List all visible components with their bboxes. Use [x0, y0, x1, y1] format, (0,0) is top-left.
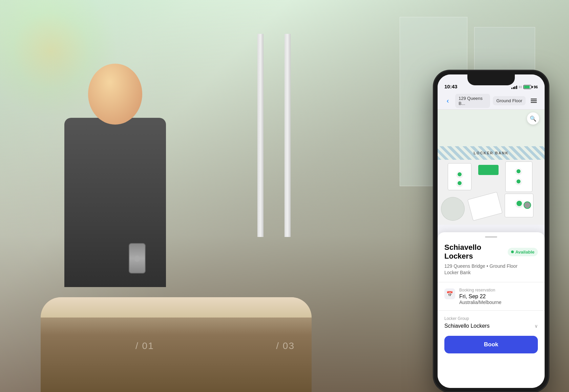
booking-label: Booking reservation: [459, 288, 502, 292]
person-head: [88, 64, 142, 125]
locker-group-value: Schiavello Lockers: [444, 323, 489, 329]
booking-details: Booking reservation Fri, Sep 22 Australi…: [459, 288, 502, 305]
map-user-avatar: [524, 201, 531, 209]
layer-line-3: [531, 102, 537, 103]
map-desk-selected: [478, 165, 499, 175]
battery-fill: [524, 86, 530, 88]
floor-plan: [438, 160, 545, 225]
layer-line-1: [531, 99, 537, 100]
map-area[interactable]: LOCKER BANK: [438, 110, 545, 225]
booking-date: Fri, Sep 22: [459, 293, 502, 300]
column-1: [257, 34, 264, 237]
search-icon: 🔍: [530, 115, 536, 122]
desk-number-right: / 03: [276, 341, 295, 351]
signal-bar-3: [514, 86, 515, 89]
map-avatar-dot: [516, 200, 523, 207]
wifi-icon: ∷: [519, 85, 522, 89]
battery-percent: 96: [534, 85, 538, 89]
map-dot-4: [516, 179, 521, 184]
location-line1: 129 Queens Bridge • Ground Floor: [444, 263, 538, 269]
phone-mockup: 10:43 ∷ 96 ‹ 129 Queens B... Ground Floo…: [434, 70, 549, 392]
apple-logo-on-phone: [134, 256, 140, 262]
layers-icon: [531, 99, 537, 103]
signal-bar-2: [513, 87, 514, 89]
map-dot-1: [457, 172, 462, 177]
divider-1: [438, 282, 545, 282]
layers-button[interactable]: [528, 95, 539, 106]
locker-group-select[interactable]: Schiavello Lockers ∨: [444, 323, 538, 329]
available-dot: [511, 251, 514, 253]
location-breadcrumb[interactable]: 129 Queens B...: [455, 94, 490, 108]
map-room-1: [448, 163, 471, 190]
floor-selector[interactable]: Ground Floor: [493, 96, 526, 105]
book-button-label: Book: [484, 341, 499, 348]
divider-2: [438, 310, 545, 311]
reception-desk: / 01 / 03: [41, 297, 312, 392]
map-search-button[interactable]: 🔍: [527, 112, 539, 125]
locker-title: Schiavello Lockers: [444, 243, 508, 261]
desk-number-left: / 01: [135, 341, 154, 351]
map-dot-2: [457, 180, 462, 186]
layer-line-2: [531, 100, 537, 101]
locker-group-label: Locker Group: [444, 316, 538, 321]
phone-notch: [467, 74, 515, 85]
battery-icon: [523, 85, 531, 89]
signal-bar-4: [516, 86, 517, 89]
map-circle-area: [441, 197, 465, 221]
back-button[interactable]: ‹: [443, 96, 452, 106]
app-header: ‹ 129 Queens B... Ground Floor: [438, 92, 545, 110]
location-line2: Locker Bank: [444, 270, 538, 275]
person-figure: [51, 64, 180, 318]
map-room-3: [467, 192, 503, 221]
booking-timezone: Australia/Melbourne: [459, 300, 502, 305]
status-time: 10:43: [444, 84, 457, 89]
status-icons: ∷ 96: [511, 85, 538, 89]
book-button[interactable]: Book: [444, 336, 538, 353]
sheet-header: Schiavello Lockers Available: [444, 243, 538, 261]
booking-section: 📅 Booking reservation Fri, Sep 22 Austra…: [444, 288, 538, 305]
map-room-4: [505, 194, 533, 217]
person-hair: [81, 57, 149, 111]
phone-in-hand: [129, 243, 146, 274]
phone-screen: 10:43 ∷ 96 ‹ 129 Queens B... Ground Floo…: [438, 74, 545, 388]
locker-bank-zone: LOCKER BANK: [438, 146, 545, 160]
locker-bank-label: LOCKER BANK: [473, 151, 508, 155]
column-2: [284, 34, 291, 237]
map-room-2: [505, 161, 532, 192]
available-label: Available: [515, 249, 534, 255]
map-dot-3: [516, 169, 521, 174]
bottom-sheet: Schiavello Lockers Available 129 Queens …: [438, 232, 545, 388]
locker-group-section[interactable]: Locker Group Schiavello Lockers ∨: [444, 316, 538, 329]
desk-top: [41, 297, 312, 318]
chevron-down-icon: ∨: [534, 323, 538, 329]
available-badge: Available: [508, 248, 538, 256]
person-body: [64, 118, 166, 287]
signal-bar-1: [511, 88, 512, 89]
signal-bars-icon: [511, 85, 517, 89]
calendar-icon: 📅: [444, 288, 455, 299]
sheet-handle: [485, 236, 497, 238]
